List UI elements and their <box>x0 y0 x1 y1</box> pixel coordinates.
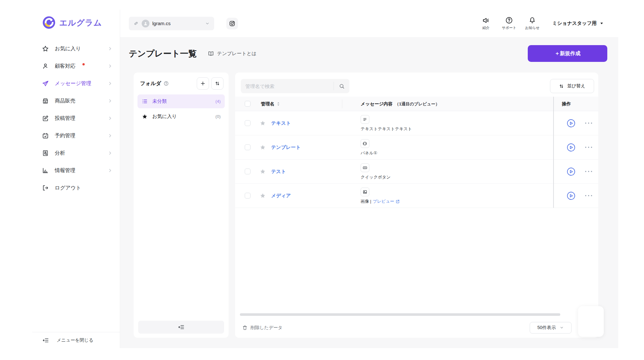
row-checkbox[interactable] <box>245 120 251 126</box>
more-actions-button[interactable] <box>585 122 592 124</box>
sidebar-item-analytics[interactable]: 分析 <box>32 144 120 162</box>
message-preview-cell: クイックボタン <box>361 163 391 180</box>
profile-menu[interactable]: ミショナスタッフ用 <box>552 20 604 26</box>
sidebar-item-label: 投稿管理 <box>55 115 75 122</box>
play-button[interactable] <box>567 167 575 176</box>
template-name-link[interactable]: テスト <box>271 169 286 175</box>
play-button[interactable] <box>567 119 575 128</box>
sidebar-item-posts[interactable]: 投稿管理 <box>32 110 120 127</box>
template-name-link[interactable]: メディア <box>271 193 291 199</box>
search-button[interactable] <box>334 79 349 93</box>
collapse-menu-icon <box>43 337 49 344</box>
sidebar-item-products[interactable]: 商品販売 <box>32 92 120 110</box>
message-preview-cell: テキストテキストテキスト <box>361 115 412 132</box>
notifications-button[interactable]: お知らせ <box>521 16 544 30</box>
collapse-menu-button[interactable]: メニューを閉じる <box>32 332 120 348</box>
select-all-checkbox[interactable] <box>245 101 251 107</box>
notification-dot <box>82 63 85 65</box>
main-content: テンプレート一覧 テンプレートとは ＋新規作成 フォルダ <box>120 37 618 348</box>
column-header-message: メッセージ内容 （1通目のプレビュー） <box>361 97 440 111</box>
row-checkbox[interactable] <box>245 144 251 150</box>
page-size-select[interactable]: 50件表示 <box>530 322 572 334</box>
what-is-template-label: テンプレートとは <box>217 51 256 57</box>
chevron-right-icon <box>108 46 113 51</box>
template-name-link[interactable]: テキスト <box>271 120 291 126</box>
sidebar-item-label: 顧客対応 <box>55 63 75 70</box>
play-button[interactable] <box>567 191 575 200</box>
chevron-down-icon <box>205 21 210 26</box>
list-icon <box>142 98 148 104</box>
support-button[interactable]: サポート <box>497 16 521 30</box>
help-circle-icon <box>505 16 513 24</box>
sort-templates-button[interactable]: 並び替え <box>550 79 594 93</box>
sort-templates-label: 並び替え <box>567 83 585 89</box>
row-checkbox[interactable] <box>245 169 251 174</box>
more-actions-button[interactable] <box>585 170 592 172</box>
what-is-template-link[interactable]: テンプレートとは <box>208 50 256 57</box>
more-actions-button[interactable] <box>585 195 592 197</box>
folder-item-uncategorized[interactable]: 未分類 (4) <box>137 94 225 108</box>
chevron-right-icon <box>108 63 113 69</box>
sidebar-item-favorites[interactable]: お気に入り <box>32 40 120 57</box>
sidebar-item-messages[interactable]: メッセージ管理 <box>32 75 120 92</box>
collapse-menu-label: メニューを閉じる <box>57 337 93 343</box>
play-button[interactable] <box>567 143 575 152</box>
elgram-logo-icon <box>42 15 56 30</box>
doc-search-icon <box>42 150 49 157</box>
sidebar-item-logout[interactable]: ログアウト <box>32 179 120 197</box>
folder-item-label: 未分類 <box>152 98 167 104</box>
account-name: lgram.cs <box>152 21 202 26</box>
logout-icon <box>42 184 49 191</box>
star-filled-icon <box>142 113 148 120</box>
referral-button[interactable]: 紹介 <box>474 16 497 30</box>
sidebar-item-reservations[interactable]: 予約管理 <box>32 127 120 144</box>
folder-item-favorites[interactable]: お気に入り (0) <box>137 110 225 123</box>
floating-widget[interactable] <box>578 306 604 337</box>
favorite-star-icon[interactable] <box>260 192 266 199</box>
favorite-star-icon[interactable] <box>260 144 266 151</box>
account-selector[interactable]: lgram.cs <box>129 17 214 30</box>
row-checkbox[interactable] <box>245 193 251 199</box>
more-actions-button[interactable] <box>585 146 592 148</box>
add-folder-button[interactable] <box>197 77 209 90</box>
sidebar: エルグラム お気に入り 顧客対応 メッセージ管理 商品販売 <box>32 10 120 348</box>
sidebar-item-label: 商品販売 <box>55 98 75 104</box>
help-circle-icon[interactable] <box>164 81 169 86</box>
book-icon <box>208 50 214 57</box>
chevron-right-icon <box>108 81 113 86</box>
star-outline-icon <box>42 45 49 52</box>
logo[interactable]: エルグラム <box>32 10 120 35</box>
horizontal-scrollbar[interactable] <box>240 313 560 316</box>
message-preview-text: クイックボタン <box>361 174 391 180</box>
deleted-data-link[interactable]: 削除したデータ <box>242 325 282 331</box>
sidebar-item-customers[interactable]: 顧客対応 <box>32 57 120 75</box>
create-new-button[interactable]: ＋新規作成 <box>528 45 607 62</box>
table-row: テキスト テキストテキストテキスト <box>235 111 598 135</box>
send-icon <box>42 80 49 87</box>
preview-link[interactable]: プレビュー <box>373 199 400 204</box>
image-icon <box>361 188 369 196</box>
sidebar-item-label: メッセージ管理 <box>55 80 91 87</box>
collapse-folder-panel-button[interactable] <box>138 321 224 334</box>
sort-folders-button[interactable] <box>211 77 223 90</box>
column-header-name[interactable]: 管理名 <box>261 97 280 111</box>
chevron-right-icon <box>108 133 113 138</box>
message-preview-cell: パネル① <box>361 139 377 156</box>
referral-label: 紹介 <box>482 25 489 30</box>
template-name-link[interactable]: テンプレート <box>271 144 301 151</box>
favorite-star-icon[interactable] <box>260 168 266 175</box>
search-input[interactable] <box>241 83 334 89</box>
favorite-star-icon[interactable] <box>260 120 266 126</box>
sidebar-item-label: ログアウト <box>55 185 81 191</box>
table-row: テンプレート パネル① <box>235 135 598 160</box>
chevron-right-icon <box>108 168 113 173</box>
deleted-data-label: 削除したデータ <box>251 325 282 331</box>
folder-panel: フォルダ 未分類 (4) お気に入り (0) <box>134 73 229 338</box>
frozen-column-shadow <box>553 97 554 208</box>
sidebar-item-info[interactable]: 情報管理 <box>32 162 120 179</box>
message-preview-text: テキストテキストテキスト <box>361 126 412 132</box>
chevron-right-icon <box>108 151 113 156</box>
instagram-button[interactable] <box>226 18 238 29</box>
support-label: サポート <box>502 25 516 30</box>
page-size-value: 50件表示 <box>537 325 556 331</box>
